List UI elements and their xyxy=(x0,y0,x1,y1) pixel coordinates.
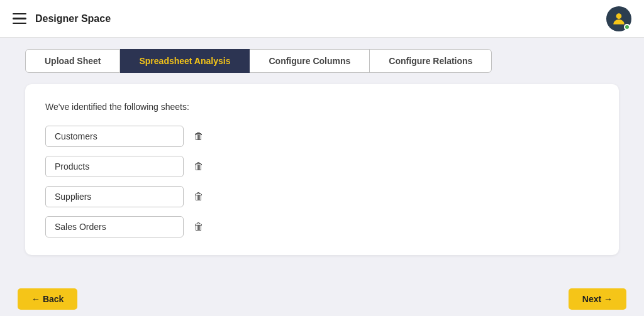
sheet-input-sales-orders[interactable] xyxy=(45,216,184,237)
footer: ← Back Next → xyxy=(0,281,644,316)
sheet-input-customers[interactable] xyxy=(45,126,184,147)
card-title: We've identified the following sheets: xyxy=(45,102,599,112)
avatar-online-dot xyxy=(624,24,630,30)
tab-upload-sheet[interactable]: Upload Sheet xyxy=(25,49,120,73)
sheet-row-suppliers: 🗑 xyxy=(45,186,599,207)
app-title: Designer Space xyxy=(35,13,111,25)
main-content: We've identified the following sheets: 🗑… xyxy=(0,84,644,255)
app-header: Designer Space xyxy=(0,0,644,38)
header-left: Designer Space xyxy=(13,13,111,25)
back-button[interactable]: ← Back xyxy=(18,288,77,310)
svg-point-0 xyxy=(616,13,622,19)
avatar-container[interactable] xyxy=(606,6,631,31)
tab-configure-relations[interactable]: Configure Relations xyxy=(370,49,492,73)
sheet-row-customers: 🗑 xyxy=(45,126,599,147)
tab-spreadsheet-analysis[interactable]: Spreadsheet Analysis xyxy=(120,49,250,73)
tab-configure-columns[interactable]: Configure Columns xyxy=(250,49,370,73)
sheet-list: 🗑 🗑 🗑 🗑 xyxy=(45,126,599,237)
next-button[interactable]: Next → xyxy=(569,288,626,310)
sheet-input-suppliers[interactable] xyxy=(45,186,184,207)
delete-sales-orders-icon[interactable]: 🗑 xyxy=(191,219,206,235)
delete-suppliers-icon[interactable]: 🗑 xyxy=(191,188,206,205)
hamburger-menu-icon[interactable] xyxy=(13,13,26,25)
sheets-card: We've identified the following sheets: 🗑… xyxy=(25,84,619,255)
sheet-input-products[interactable] xyxy=(45,156,184,177)
sheet-row-products: 🗑 xyxy=(45,156,599,177)
tabs-container: Upload Sheet Spreadsheet Analysis Config… xyxy=(0,38,644,84)
delete-customers-icon[interactable]: 🗑 xyxy=(191,128,206,144)
delete-products-icon[interactable]: 🗑 xyxy=(191,158,206,175)
sheet-row-sales-orders: 🗑 xyxy=(45,216,599,237)
